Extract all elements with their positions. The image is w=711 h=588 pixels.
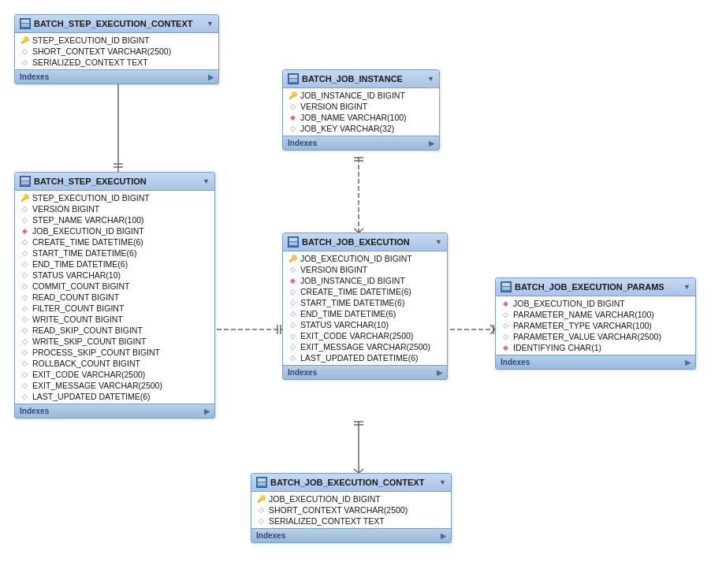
diamond-icon: ◇ — [288, 320, 297, 329]
diamond-icon: ◇ — [20, 204, 29, 214]
table-row: ◇ READ_COUNT BIGINT — [15, 292, 214, 303]
diamond-icon: ◇ — [20, 359, 29, 368]
indexes-label: Indexes — [288, 139, 317, 147]
table-icon — [288, 236, 299, 247]
svg-rect-32 — [21, 181, 29, 184]
svg-rect-36 — [502, 287, 510, 290]
diamond-icon: ◇ — [20, 326, 29, 335]
table-row: ◇ VERSION BIGINT — [15, 203, 214, 214]
footer-arrow-icon: ▶ — [204, 408, 210, 415]
table-title: BATCH_JOB_EXECUTION_PARAMS — [515, 282, 664, 292]
svg-rect-28 — [21, 24, 29, 27]
table-row: 🔑 JOB_EXECUTION_ID BIGINT — [283, 253, 447, 264]
table-row: ◇ END_TIME DATETIME(6) — [15, 259, 214, 270]
table-row: ◇ JOB_KEY VARCHAR(32) — [283, 123, 439, 134]
diamond-icon: ◇ — [501, 332, 510, 341]
dropdown-arrow[interactable]: ▼ — [203, 177, 210, 185]
dropdown-arrow[interactable]: ▼ — [435, 238, 442, 246]
key-icon: 🔑 — [288, 254, 297, 263]
diamond-filled-icon: ◆ — [501, 299, 510, 308]
table-body: ◆ JOB_EXECUTION_ID BIGINT ◇ PARAMETER_NA… — [496, 296, 695, 355]
indexes-label: Indexes — [288, 368, 317, 377]
table-row: ◇ LAST_UPDATED DATETIME(6) — [15, 391, 214, 402]
table-footer[interactable]: Indexes ▶ — [496, 355, 695, 369]
diamond-icon: ◇ — [288, 102, 297, 111]
diamond-icon: ◇ — [288, 265, 297, 274]
diamond-icon: ◇ — [501, 321, 510, 330]
svg-rect-35 — [502, 283, 510, 286]
diamond-icon: ◇ — [501, 310, 510, 319]
diamond-icon: ◇ — [256, 505, 266, 515]
table-row: ◇ SHORT_CONTEXT VARCHAR(2500) — [251, 504, 451, 515]
table-row: ◇ PARAMETER_VALUE VARCHAR(2500) — [496, 331, 695, 342]
footer-arrow-icon: ▶ — [685, 359, 691, 367]
table-row: ◆ IDENTIFYING CHAR(1) — [496, 342, 695, 353]
table-row: ◇ STATUS VARCHAR(10) — [15, 270, 214, 281]
table-body: 🔑 JOB_EXECUTION_ID BIGINT ◇ VERSION BIGI… — [283, 251, 447, 365]
table-row: ◆ JOB_NAME VARCHAR(100) — [283, 112, 439, 123]
table-row: ◇ FILTER_COUNT BIGINT — [15, 303, 214, 314]
table-title: BATCH_STEP_EXECUTION — [34, 177, 147, 186]
table-row: ◇ CREATE_TIME DATETIME(6) — [283, 286, 447, 297]
diamond-icon: ◇ — [288, 124, 297, 133]
table-batch-job-instance: BATCH_JOB_INSTANCE ▼ 🔑 JOB_INSTANCE_ID B… — [282, 69, 440, 151]
table-row: 🔑 STEP_EXECUTION_ID BIGINT — [15, 35, 218, 46]
table-row: 🔑 JOB_EXECUTION_ID BIGINT — [251, 493, 451, 504]
diamond-icon: ◇ — [20, 270, 29, 280]
table-row: ◇ VERSION BIGINT — [283, 101, 439, 112]
table-row: ◇ WRITE_SKIP_COUNT BIGINT — [15, 336, 214, 347]
svg-rect-30 — [289, 79, 297, 82]
table-icon — [256, 477, 267, 488]
table-row: ◇ EXIT_MESSAGE VARCHAR(2500) — [15, 380, 214, 391]
table-header-batch-step-execution: BATCH_STEP_EXECUTION ▼ — [15, 173, 214, 191]
table-icon — [20, 176, 31, 187]
diamond-icon: ◇ — [20, 237, 29, 247]
diagram-canvas: BATCH_STEP_EXECUTION_CONTEXT ▼ 🔑 STEP_EX… — [0, 0, 711, 588]
diamond-icon: ◇ — [20, 337, 29, 346]
table-footer[interactable]: Indexes ▶ — [15, 404, 214, 418]
dropdown-arrow[interactable]: ▼ — [439, 478, 446, 486]
table-title: BATCH_JOB_INSTANCE — [302, 74, 403, 84]
table-row: ◇ WRITE_COUNT BIGINT — [15, 314, 214, 325]
table-row: ◆ JOB_EXECUTION_ID BIGINT — [15, 225, 214, 236]
key-icon: 🔑 — [288, 91, 297, 100]
table-footer[interactable]: Indexes ▶ — [283, 365, 447, 379]
table-title: BATCH_STEP_EXECUTION_CONTEXT — [34, 19, 193, 28]
table-body: 🔑 JOB_EXECUTION_ID BIGINT ◇ SHORT_CONTEX… — [251, 492, 451, 528]
table-row: ◇ CREATE_TIME DATETIME(6) — [15, 236, 214, 247]
diamond-icon: ◇ — [288, 331, 297, 341]
diamond-icon: ◇ — [20, 392, 29, 401]
table-row: ◇ VERSION BIGINT — [283, 264, 447, 275]
table-footer[interactable]: Indexes ▶ — [283, 136, 439, 150]
svg-rect-37 — [258, 478, 266, 482]
svg-rect-38 — [258, 482, 266, 486]
table-footer[interactable]: Indexes ▶ — [251, 528, 451, 542]
table-header-batch-step-execution-context: BATCH_STEP_EXECUTION_CONTEXT ▼ — [15, 15, 218, 33]
table-row: ◆ JOB_EXECUTION_ID BIGINT — [496, 298, 695, 309]
diamond-icon: ◇ — [288, 298, 297, 307]
diamond-icon: ◇ — [20, 259, 29, 269]
dropdown-arrow[interactable]: ▼ — [207, 20, 214, 28]
diamond-icon: ◇ — [288, 342, 297, 352]
table-row: ◇ COMMIT_COUNT BIGINT — [15, 281, 214, 292]
indexes-label: Indexes — [256, 531, 285, 540]
diamond-icon: ◇ — [256, 516, 266, 526]
table-footer[interactable]: Indexes ▶ — [15, 69, 218, 84]
diamond-icon: ◇ — [20, 381, 29, 390]
dropdown-arrow[interactable]: ▼ — [683, 283, 691, 291]
table-batch-step-execution: BATCH_STEP_EXECUTION ▼ 🔑 STEP_EXECUTION_… — [14, 172, 215, 419]
footer-arrow-icon: ▶ — [429, 140, 434, 147]
table-header-batch-job-execution: BATCH_JOB_EXECUTION ▼ — [283, 233, 447, 251]
table-icon — [288, 73, 299, 84]
table-row: ◇ ROLLBACK_COUNT BIGINT — [15, 358, 214, 369]
diamond-icon: ◇ — [288, 353, 297, 363]
table-row: ◇ SERIALIZED_CONTEXT TEXT — [251, 515, 451, 527]
table-header-batch-job-execution-params: BATCH_JOB_EXECUTION_PARAMS ▼ — [496, 278, 695, 296]
diamond-filled-icon: ◆ — [501, 343, 510, 352]
table-row: ◇ START_TIME DATETIME(6) — [283, 297, 447, 308]
table-row: 🔑 JOB_INSTANCE_ID BIGINT — [283, 90, 439, 101]
table-row: ◇ END_TIME DATETIME(6) — [283, 308, 447, 319]
diamond-icon: ◇ — [20, 314, 29, 324]
svg-rect-33 — [289, 238, 297, 241]
dropdown-arrow[interactable]: ▼ — [427, 75, 434, 83]
